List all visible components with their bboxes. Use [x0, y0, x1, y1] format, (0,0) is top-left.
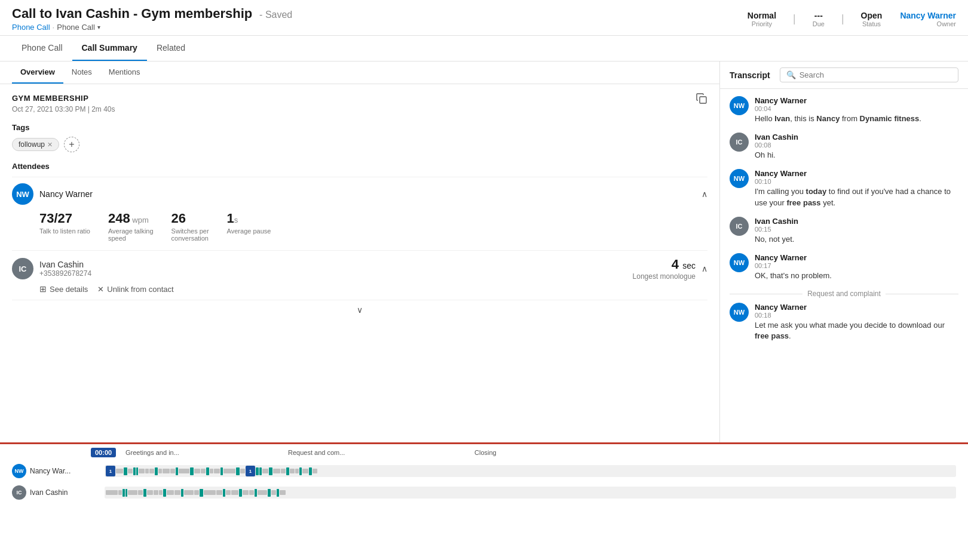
attendees-section: Attendees NW Nancy Warner ∧ 73/27 Talk t…: [12, 162, 707, 300]
track-label-nw: Nancy War...: [30, 467, 71, 475]
transcript-entry: NW Nancy Warner 00:04 Hello Ivan, this i…: [730, 96, 958, 124]
header: Call to Ivan Cashin - Gym membership - S…: [0, 0, 968, 36]
track-bars-nw: 1: [105, 465, 956, 477]
tab-related[interactable]: Related: [147, 36, 195, 61]
owner-label: Owner: [937, 20, 956, 27]
transcript-header: Transcript 🔍: [720, 61, 968, 89]
track-avatar-nw: NW: [12, 464, 26, 478]
attendee-actions: ⊞ See details ✕ Unlink from contact: [12, 281, 707, 294]
due-meta: --- Due: [813, 11, 825, 27]
page-title: Call to Ivan Cashin - Gym membership - S…: [12, 6, 292, 21]
gym-title: GYM MEMBERSHIP: [12, 94, 115, 103]
attendee-nancy: NW Nancy Warner ∧ 73/27 Talk to listen r…: [12, 177, 707, 250]
timeline-section-request: Request and com...: [288, 449, 451, 456]
avatar-nw-t3: NW: [730, 169, 749, 188]
stat-wpm: 248 wpm Average talkingspeed: [108, 211, 154, 242]
attendee-ivan-collapse-button[interactable]: ∧: [702, 264, 707, 273]
call-meta: Oct 27, 2021 03:30 PM | 2m 40s: [12, 105, 115, 113]
header-meta: Normal Priority | --- Due | Open Status: [748, 11, 883, 27]
avatar-nw-t5: NW: [730, 253, 749, 272]
tag-add-button[interactable]: +: [64, 137, 79, 152]
transcript-entry: IC Ivan Cashin 00:15 No, not yet.: [730, 217, 958, 245]
stat-switches: 26 Switches perconversation: [171, 211, 209, 242]
track-label-ic: Ivan Cashin: [30, 488, 68, 497]
unlink-icon: ✕: [97, 285, 104, 294]
dropdown-chevron-icon[interactable]: ▾: [97, 24, 100, 30]
overview-content: GYM MEMBERSHIP Oct 27, 2021 03:30 PM | 2…: [0, 84, 719, 329]
section-divider-request: Request and complaint: [730, 290, 958, 298]
unlink-contact-button[interactable]: ✕ Unlink from contact: [97, 285, 173, 294]
attendee-name-nancy: Nancy Warner: [39, 189, 702, 199]
tags-row: followup ✕ +: [12, 137, 707, 152]
track-marker2-nw: 1: [246, 466, 255, 476]
timeline-panel: 00:00 Greetings and in... Request and co…: [0, 442, 968, 550]
timeline-section-closing: Closing: [451, 449, 962, 456]
transcript-entry: NW Nancy Warner 00:10 I'm calling you to…: [730, 169, 958, 208]
transcript-title: Transcript: [730, 70, 770, 80]
stat-talk-ratio: 73/27 Talk to listen ratio: [39, 211, 90, 242]
see-details-button[interactable]: ⊞ See details: [39, 284, 88, 294]
transcript-entry: NW Nancy Warner 00:18 Let me ask you wha…: [730, 303, 958, 341]
tag-followup: followup ✕: [12, 138, 59, 151]
attendee-collapse-button[interactable]: ∧: [702, 189, 707, 199]
monologue-label: Longest monologue: [633, 272, 696, 281]
inner-tabs: Overview Notes Mentions: [0, 61, 719, 84]
time-marker: 00:00: [91, 448, 116, 457]
tab-overview[interactable]: Overview: [12, 61, 63, 84]
svg-rect-0: [700, 97, 706, 103]
owner-name[interactable]: Nancy Warner: [900, 11, 956, 20]
tab-phone-call[interactable]: Phone Call: [12, 36, 72, 61]
avatar-nw-t1: NW: [730, 96, 749, 115]
stat-pause: 1s Average pause: [227, 211, 271, 242]
track-avatar-ic: IC: [12, 485, 26, 500]
status-meta: Open Status: [861, 11, 883, 27]
track-bars-ic: [105, 487, 956, 499]
monologue-value: 4 sec: [633, 257, 696, 272]
avatar-ic-t4: IC: [730, 217, 749, 236]
priority-meta: Normal Priority: [748, 11, 776, 27]
tab-mentions[interactable]: Mentions: [100, 61, 149, 84]
right-panel: Transcript 🔍 NW Nancy Warner 00:04 Hello…: [720, 61, 968, 442]
transcript-entry: IC Ivan Cashin 00:08 Oh hi.: [730, 133, 958, 161]
stats-row-nancy: 73/27 Talk to listen ratio 248 wpm Avera…: [12, 205, 271, 244]
expand-section-button[interactable]: ∨: [12, 300, 707, 319]
owner-section: Nancy Warner Owner: [900, 11, 956, 27]
search-icon: 🔍: [786, 70, 796, 79]
nav-tabs: Phone Call Call Summary Related: [0, 36, 968, 61]
attendee-name-ivan: Ivan Cashin: [39, 260, 633, 269]
transcript-search[interactable]: 🔍: [780, 67, 958, 82]
tag-remove-button[interactable]: ✕: [47, 141, 53, 149]
track-ic: IC Ivan Cashin: [12, 484, 956, 501]
track-marker-nw: 1: [106, 466, 115, 476]
header-subtitle: Phone Call · Phone Call ▾: [12, 23, 292, 32]
transcript-entry: NW Nancy Warner 00:17 OK, that's no prob…: [730, 253, 958, 281]
header-right: Normal Priority | --- Due | Open Status …: [748, 11, 956, 27]
attendee-ivan: IC Ivan Cashin +353892678274 4 sec Longe…: [12, 250, 707, 300]
avatar-ic-t2: IC: [730, 133, 749, 152]
tab-notes[interactable]: Notes: [63, 61, 100, 84]
details-icon: ⊞: [39, 284, 47, 294]
avatar-nw: NW: [12, 183, 33, 205]
main-area: Overview Notes Mentions GYM MEMBERSHIP O…: [0, 61, 968, 442]
left-panel: Overview Notes Mentions GYM MEMBERSHIP O…: [0, 61, 720, 442]
transcript-body: NW Nancy Warner 00:04 Hello Ivan, this i…: [720, 89, 968, 442]
copy-button[interactable]: [696, 93, 707, 106]
tags-section: Tags followup ✕ +: [12, 123, 707, 152]
timeline-sections: Greetings and in... Request and com... C…: [6, 444, 962, 459]
search-input[interactable]: [799, 70, 952, 79]
timeline-section-greetings: Greetings and in...: [125, 449, 288, 456]
avatar-ic: IC: [12, 258, 33, 279]
attendee-phone-ivan: +353892678274: [39, 269, 633, 278]
track-nw: NW Nancy War... 1: [12, 462, 956, 480]
tab-call-summary[interactable]: Call Summary: [72, 36, 147, 61]
header-left: Call to Ivan Cashin - Gym membership - S…: [12, 6, 292, 32]
avatar-nw-t6: NW: [730, 303, 749, 322]
